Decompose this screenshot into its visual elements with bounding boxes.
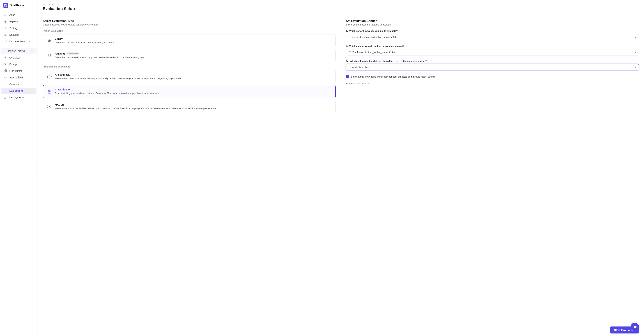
sidebar-item-fine-tuning[interactable]: 🎱 Fine Tuning [1,68,36,74]
sidebar-item-evaluations[interactable]: ⚖ Evaluations [1,88,36,94]
checkmark-icon: ✓ [347,76,348,78]
estimated-cost: Estimated cost ~$0.12 [346,82,639,85]
eval-card-mauve-title: MAUVE [55,103,332,106]
human-section-label: Human Evaluations [43,30,336,32]
eval-card-ranking-content: Ranking Coming Soon Determine how severa… [55,52,332,59]
svg-rect-4 [6,6,7,7]
sidebar: Spellbook ☷ Apps ◕ Explore ⚙ Settings ⚌ … [0,0,38,336]
svg-point-15 [50,105,51,106]
svg-rect-0 [3,3,8,8]
sidebar-item-datasets-label: Datasets [9,33,19,36]
svg-point-7 [48,77,49,77]
gear-icon: ⚙ [4,26,8,30]
left-panel-subtitle: Choose how you would want to evaluate yo… [43,23,336,26]
eval-card-ranking-title: Ranking Coming Soon [55,52,332,55]
modal-footer: Start Evaluation [38,324,644,336]
modal-title: Evaluation Setup [43,6,639,11]
robot-icon [46,74,52,80]
dataset-db-icon: ☰ [348,51,351,54]
q1-label: 1. Which variant(s) would you like to ev… [346,30,639,32]
sidebar-item-apps[interactable]: ☷ Apps [1,12,36,18]
variants-icon: ▭ [4,76,8,79]
sidebar-item-explore[interactable]: ◕ Explore [1,18,36,25]
left-panel-title: Select Evaluation Type [43,19,336,23]
eval-icon: ⚖ [4,89,8,92]
external-link-icon: ↗ [28,40,30,42]
right-panel-subtitle: Select your dataset and variants to eval… [346,23,639,26]
main-content: STEP 1 OF 1 Evaluation Setup × Select Ev… [38,0,644,336]
eval-card-mauve[interactable]: MAUVE Measure distribution similarities … [43,100,336,113]
sidebar-item-deployments[interactable]: △ Deployments [1,94,36,101]
config-section-variant: 1. Which variant(s) would you like to ev… [346,30,639,40]
compare-icon: ⋮ [4,83,8,86]
variant-select-wrapper[interactable]: ☰ insider trading classification - davin… [346,34,639,40]
eval-card-ai-feedback-title: AI Feedback [55,73,332,76]
evaluation-setup-modal: STEP 1 OF 1 Evaluation Setup × Select Ev… [38,0,644,336]
sidebar-item-settings[interactable]: ⚙ Settings [1,25,36,31]
whitespace-checkbox-label: Strip starting and ending whitespace for… [351,75,436,79]
whitespace-checkbox[interactable]: ✓ [346,75,349,78]
svg-rect-5 [48,41,48,42]
step-label: STEP 1 OF 1 [43,3,639,6]
sidebar-item-datasets[interactable]: ⚌ Datasets [1,32,36,38]
right-panel: Set Evaluation Configs Select your datas… [341,14,644,324]
eval-card-mauve-desc: Measure distribution similarities betwee… [55,107,332,110]
programmatic-section-label: Programmatic Evaluations [43,65,336,68]
doc-icon: 📄 [4,40,8,43]
eval-card-binary[interactable]: Binary Determine how well one variant's … [43,34,336,47]
column-select-wrapper[interactable]: classification ▼ [346,64,639,71]
chat-icon [633,325,637,329]
dataset-select[interactable]: Spellbook - insider_trading_classificati… [352,49,632,55]
eval-card-classification-desc: Exact matching your labels and outputs. … [55,92,332,95]
svg-rect-10 [51,76,52,77]
eval-card-ranking[interactable]: Ranking Coming Soon Determine how severa… [43,49,336,62]
sidebar-item-overview[interactable]: ★ Overview [1,54,36,61]
sidebar-item-app-variants[interactable]: ▭ App Variants [1,74,36,81]
eval-card-classification-title: Classification [55,88,332,91]
sidebar-nav: ☷ Apps ◕ Explore ⚙ Settings ⚌ Datasets 📄… [0,11,38,336]
svg-point-16 [48,107,48,108]
sidebar-project-label: ☷ Insider Trading [4,49,25,52]
sidebar-project-selector[interactable]: ☷ Insider Trading ▼ [1,48,36,54]
column-select[interactable]: classification [346,64,639,71]
prompt-icon: ✎ [4,63,8,66]
variant-select[interactable]: insider trading classification - davinci… [352,34,632,40]
svg-point-17 [50,107,51,108]
grid-icon: ☷ [4,13,8,16]
whitespace-checkbox-row[interactable]: ✓ Strip starting and ending whitespace f… [346,75,639,79]
config-section-dataset: 2. Which dataset would you like to evalu… [346,45,639,55]
variant-db-icon: ☰ [348,36,351,39]
sidebar-item-documentation[interactable]: 📄 Documentation ↗ [1,38,36,45]
modal-body: Select Evaluation Type Choose how you wo… [38,14,644,324]
q2-label: 2. Which dataset would you like to evalu… [346,45,639,47]
eval-card-ai-feedback-desc: Measure how often your variant follows y… [55,77,332,80]
sidebar-item-prompt[interactable]: ✎ Prompt [1,61,36,67]
trophy-icon [46,53,52,59]
sidebar-item-apps-label: Apps [9,13,15,16]
project-icon: ☷ [4,50,7,52]
svg-point-8 [50,77,50,77]
coming-soon-badge: Coming Soon [66,52,80,55]
sidebar-item-compare[interactable]: ⋮ Compare [1,81,36,87]
eval-card-ai-feedback-content: AI Feedback Measure how often your varia… [55,73,332,80]
eval-card-mauve-content: MAUVE Measure distribution similarities … [55,103,332,110]
right-panel-title: Set Evaluation Configs [346,19,639,23]
app-logo: Spellbook [0,0,38,11]
eval-card-classification[interactable]: Classification Exact matching your label… [43,85,336,98]
dataset-chevron-down-icon: ▼ [634,51,637,53]
eval-card-ai-feedback[interactable]: AI Feedback Measure how often your varia… [43,70,336,83]
chevron-down-icon: ▼ [31,50,33,52]
sidebar-divider [2,46,35,46]
eval-card-classification-content: Classification Exact matching your label… [55,88,332,95]
tune-icon: 🎱 [4,69,8,72]
dataset-select-wrapper[interactable]: ☰ Spellbook - insider_trading_classifica… [346,49,639,55]
close-button[interactable]: × [638,3,640,7]
eval-card-binary-title: Binary [55,37,332,40]
eval-card-binary-desc: Determine how well one variant's output … [55,41,332,44]
svg-rect-1 [4,4,6,5]
stack-icon: ⚌ [4,33,8,36]
chat-support-button[interactable] [631,323,639,331]
sidebar-item-overview-label: Overview [9,56,20,59]
chart-icon: ★ [4,56,8,59]
left-panel: Select Evaluation Type Choose how you wo… [38,14,341,324]
